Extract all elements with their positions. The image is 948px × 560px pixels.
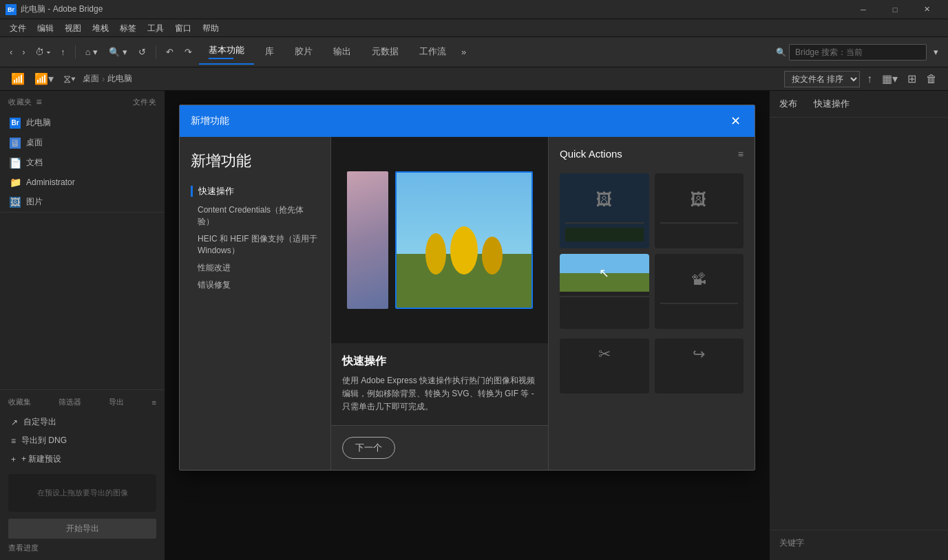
grid-view-button[interactable]: ⊞ xyxy=(905,69,919,88)
refresh-button[interactable]: ↺ xyxy=(134,44,150,60)
minimize-button[interactable]: ─ xyxy=(847,0,879,19)
tab-metadata[interactable]: 元数据 xyxy=(362,41,408,63)
dialog-footer: 下一个 xyxy=(331,425,548,470)
tab-library[interactable]: 库 xyxy=(255,41,284,63)
tab-essentials[interactable]: 基本功能 xyxy=(199,40,254,65)
sidebar-item-pictures[interactable]: 🖼 图片 xyxy=(0,192,165,212)
qa-icon-2: 🖼 xyxy=(691,190,707,209)
right-panel: 发布 快速操作 关键字 xyxy=(769,91,948,560)
sunflower2 xyxy=(450,226,478,274)
redo-button[interactable]: ↷ xyxy=(180,44,196,60)
view-options-button[interactable]: ▦▾ xyxy=(879,69,900,88)
export-section: 收藏集 筛选器 导出 ≡ ↗ 自定导出 ≡ 导出到 DNG + + 新建预设 在… xyxy=(0,389,165,560)
quick-actions-menu-icon: ≡ xyxy=(738,149,744,160)
qa-preview-strip-2 xyxy=(660,228,739,241)
filter-button[interactable]: ⧖▾ xyxy=(61,70,78,88)
menu-bar: 文件 编辑 视图 堆栈 标签 工具 窗口 帮助 xyxy=(0,19,948,37)
qa-label-strip-4 xyxy=(660,308,739,322)
favorites-header: 收藏夹 ≡ 文件夹 xyxy=(0,91,165,113)
qa-label-strip-3 xyxy=(560,301,649,315)
qa-item-2[interactable]: 🖼 xyxy=(655,173,744,248)
undo-button[interactable]: ↶ xyxy=(162,44,178,60)
sort-asc-button[interactable]: ↑ xyxy=(864,70,875,88)
delete-button[interactable]: 🗑 xyxy=(923,70,940,88)
sidebar-item-thispc[interactable]: Br 此电脑 xyxy=(0,113,165,133)
export-custom[interactable]: ↗ 自定导出 xyxy=(8,413,156,431)
feature-item-heic[interactable]: HEIC 和 HEIF 图像支持（适用于 Windows） xyxy=(198,233,319,257)
sunflower1 xyxy=(425,233,446,274)
dialog-description: 快速操作 使用 Adobe Express 快速操作执行热门的图像和视频编辑，例… xyxy=(331,343,548,425)
separator2 xyxy=(156,45,156,59)
qa-item-4[interactable]: 📽 xyxy=(655,254,744,329)
dialog-title: 新增功能 xyxy=(191,115,229,127)
search-options-button[interactable]: ▾ xyxy=(929,44,942,60)
tab-workflow[interactable]: 工作流 xyxy=(410,41,456,63)
sort-select[interactable]: 按文件名 排序 xyxy=(784,71,860,87)
reveal-button[interactable]: 🔍 ▾ xyxy=(105,44,131,60)
dialog-overlay: 新增功能 ✕ 新增功能 快速操作 Content Credentials（抢先体… xyxy=(165,91,769,560)
cursor-icon: ↖ xyxy=(599,266,609,281)
dialog-heading: 新增功能 xyxy=(191,151,319,171)
menu-edit[interactable]: 编辑 xyxy=(32,19,59,37)
export-custom-icon: ↗ xyxy=(11,418,18,427)
menu-window[interactable]: 窗口 xyxy=(169,19,197,37)
menu-tools[interactable]: 工具 xyxy=(142,19,169,37)
menu-file[interactable]: 文件 xyxy=(4,19,32,37)
sidebar-item-documents[interactable]: 📄 文档 xyxy=(0,153,165,173)
tab-output[interactable]: 输出 xyxy=(324,41,361,63)
search-input[interactable] xyxy=(789,44,927,61)
path-signal2-button[interactable]: 📶▾ xyxy=(32,69,56,88)
more-tabs-button[interactable]: » xyxy=(457,44,470,60)
menu-view[interactable]: 视图 xyxy=(59,19,87,37)
close-button[interactable]: ✕ xyxy=(911,0,942,19)
export-dng[interactable]: ≡ 导出到 DNG xyxy=(8,431,156,450)
qa-scissors-1[interactable]: ✂ xyxy=(560,338,649,394)
menu-help[interactable]: 帮助 xyxy=(197,19,224,37)
export-new-preset[interactable]: + + 新建预设 xyxy=(8,450,156,469)
dialog-close-button[interactable]: ✕ xyxy=(728,114,744,129)
qa-item-1[interactable]: 🖼 xyxy=(560,173,649,248)
breadcrumb-thispc[interactable]: 此电脑 xyxy=(107,73,132,85)
home-button[interactable]: ⌂ ▾ xyxy=(81,44,102,60)
tab-underline xyxy=(209,58,233,59)
maximize-button[interactable]: □ xyxy=(879,0,911,19)
history-button[interactable]: ⏱ ▾ xyxy=(31,44,56,60)
forward-button[interactable]: › xyxy=(18,44,29,60)
scissors-icon-1: ✂ xyxy=(598,345,611,363)
start-export-button[interactable]: 开始导出 xyxy=(8,519,156,539)
dialog-right-panel: Quick Actions ≡ 🖼 xyxy=(548,137,755,470)
path-signal-button[interactable]: 📶 xyxy=(8,69,28,88)
dialog-left-panel: 新增功能 快速操作 Content Credentials（抢先体验） HEIC… xyxy=(180,137,331,470)
quick-actions-title: Quick Actions xyxy=(560,148,622,160)
qa-icon-1: 🖼 xyxy=(596,190,613,209)
feature-item-credentials[interactable]: Content Credentials（抢先体验） xyxy=(198,204,319,228)
quick-action-grid: 🖼 🖼 xyxy=(560,173,744,329)
desc-text: 使用 Adobe Express 快速操作执行热门的图像和视频编辑，例如移除背景… xyxy=(342,374,537,414)
export-options-icon: ≡ xyxy=(152,398,156,407)
breadcrumb-desktop[interactable]: 桌面 xyxy=(83,73,99,85)
feature-item-bugfix[interactable]: 错误修复 xyxy=(198,279,319,291)
main-layout: 收藏夹 ≡ 文件夹 Br 此电脑 🖥 桌面 📄 文档 📁 Administrat… xyxy=(0,91,948,560)
field-layer xyxy=(397,254,531,308)
feature-item-performance[interactable]: 性能改进 xyxy=(198,262,319,274)
qa-icon-container-2: 🖼 xyxy=(660,180,739,218)
folders-label: 文件夹 xyxy=(133,97,157,107)
back-button[interactable]: ‹ xyxy=(6,44,17,60)
next-button[interactable]: 下一个 xyxy=(342,437,395,459)
qa-scissors-2[interactable]: ↪ xyxy=(655,338,744,394)
feature-section-label: 快速操作 xyxy=(191,185,319,197)
qa-item-3[interactable]: ↖ xyxy=(560,254,649,329)
up-button[interactable]: ↑ xyxy=(56,44,70,60)
sidebar-item-desktop[interactable]: 🖥 桌面 xyxy=(0,133,165,153)
qa-divider-4 xyxy=(660,303,739,304)
menu-stack[interactable]: 堆栈 xyxy=(87,19,114,37)
dialog-header: 新增功能 ✕ xyxy=(180,105,755,137)
thumb-image xyxy=(347,171,388,309)
folder-icon: 📁 xyxy=(10,177,21,188)
pc-icon: Br xyxy=(10,118,21,129)
video-icon: 📽 xyxy=(691,271,706,289)
menu-label[interactable]: 标签 xyxy=(114,19,142,37)
tab-filmstrip[interactable]: 胶片 xyxy=(285,41,322,63)
sidebar-item-administrator[interactable]: 📁 Administrator xyxy=(0,173,165,192)
window-controls[interactable]: ─ □ ✕ xyxy=(847,0,942,19)
